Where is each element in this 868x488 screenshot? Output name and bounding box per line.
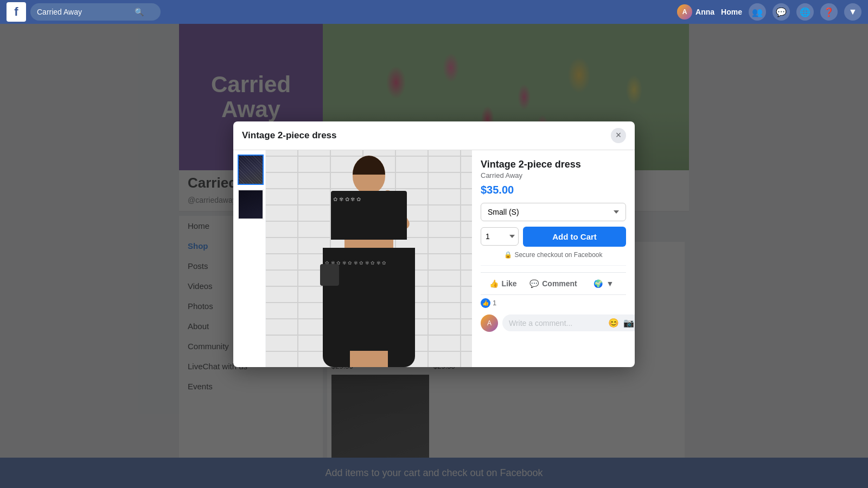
user-name: Anna: [695, 8, 714, 16]
modal-overlay: Vintage 2-piece dress ×: [0, 0, 868, 488]
outfit-top: [331, 191, 407, 240]
emoji-globe-icon: 🌍: [593, 279, 603, 288]
quantity-selector[interactable]: 1 2 3: [481, 227, 519, 246]
like-icon: 👍: [489, 279, 499, 288]
product-seller: Carried Away: [481, 171, 626, 179]
thumb-image-1: [239, 156, 263, 184]
menu-icon[interactable]: ▼: [844, 3, 861, 21]
globe-icon[interactable]: 🌐: [796, 3, 814, 21]
thumbnail-list: [233, 150, 266, 367]
outfit-bag: [320, 264, 339, 286]
comment-input-row: A 😊 📷 GIF 🎭: [481, 314, 626, 332]
modal-title: Vintage 2-piece dress: [242, 130, 337, 141]
like-button[interactable]: 👍 Like: [481, 275, 525, 292]
thumbnail-1[interactable]: [238, 155, 264, 185]
modal-header: Vintage 2-piece dress ×: [233, 121, 635, 150]
product-info: Vintage 2-piece dress Carried Away $35.0…: [472, 150, 635, 367]
home-link[interactable]: Home: [721, 8, 742, 16]
share-reactions-button[interactable]: 🌍 ▼: [582, 275, 626, 292]
messenger-icon[interactable]: 💬: [773, 3, 790, 21]
help-icon[interactable]: ❓: [820, 3, 838, 21]
add-to-cart-button[interactable]: Add to Cart: [523, 227, 626, 247]
comment-input-wrap: 😊 📷 GIF 🎭: [502, 314, 635, 331]
product-photo: [266, 150, 472, 367]
emoji-button[interactable]: 😊: [608, 318, 619, 328]
reactions-bar: 👍 Like 💬 Comment 🌍 ▼: [481, 272, 626, 295]
photo-button[interactable]: 📷: [623, 318, 634, 328]
comment-button[interactable]: 💬 Comment: [525, 275, 582, 292]
product-main-image: [266, 150, 472, 367]
divider-1: [481, 265, 626, 266]
person-hair: [353, 156, 385, 175]
nav-right: A Anna Home 👥 💬 🌐 ❓ ▼: [677, 3, 861, 21]
person-head: [353, 156, 385, 194]
search-bar[interactable]: 🔍: [30, 3, 161, 21]
product-title: Vintage 2-piece dress: [481, 159, 626, 170]
secure-checkout: 🔒 Secure checkout on Facebook: [481, 251, 626, 259]
friends-icon[interactable]: 👥: [749, 3, 766, 21]
like-bubble: 👍: [481, 298, 490, 308]
product-price-display: $35.00: [481, 184, 626, 196]
comment-icon: 💬: [529, 279, 539, 288]
search-icon: 🔍: [135, 8, 144, 16]
comment-input[interactable]: [509, 319, 604, 328]
product-modal: Vintage 2-piece dress ×: [233, 121, 635, 367]
nav-user[interactable]: A Anna: [677, 4, 714, 20]
avatar: A: [677, 4, 692, 20]
close-button[interactable]: ×: [611, 128, 626, 143]
fb-logo: f: [7, 2, 26, 22]
person-figure: [315, 156, 423, 367]
person-legs: [350, 351, 388, 367]
top-nav: f 🔍 A Anna Home 👥 💬 🌐 ❓ ▼: [0, 0, 868, 24]
thumbnail-2[interactable]: [238, 189, 264, 220]
size-selector[interactable]: Small (S) Medium (M) Large (L) X-Large (…: [481, 203, 626, 221]
thumb-image-2: [239, 190, 263, 219]
modal-body: Vintage 2-piece dress Carried Away $35.0…: [233, 150, 635, 367]
qty-cart-row: 1 2 3 Add to Cart: [481, 227, 626, 247]
comment-avatar: A: [481, 314, 498, 332]
search-input[interactable]: [37, 8, 135, 16]
chevron-down-icon: ▼: [606, 279, 614, 288]
lock-icon: 🔒: [504, 251, 512, 259]
reaction-count: 👍 1: [481, 295, 626, 311]
like-count: 1: [493, 299, 496, 307]
